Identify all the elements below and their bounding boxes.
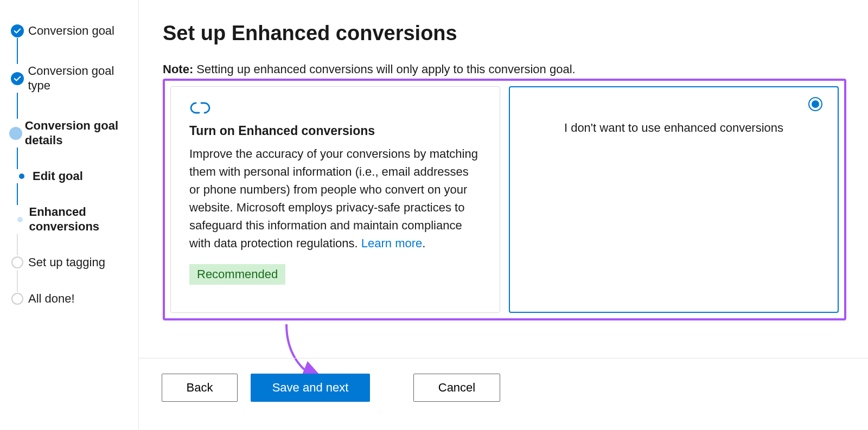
step-label: Conversion goal details <box>25 119 138 147</box>
current-step-icon <box>7 127 25 140</box>
step-label: Conversion goal type <box>28 64 138 93</box>
note-prefix: Note: <box>163 62 193 76</box>
step-label: Conversion goal <box>28 24 114 38</box>
save-and-next-button[interactable]: Save and next <box>251 374 370 402</box>
note-body: Setting up enhanced conversions will onl… <box>193 62 575 76</box>
step-label: Set up tagging <box>28 255 105 269</box>
learn-more-link[interactable]: Learn more <box>361 236 423 250</box>
substep-enhanced-conversions[interactable]: Enhanced conversions <box>7 205 138 234</box>
dot-icon <box>11 217 29 222</box>
step-set-up-tagging[interactable]: Set up tagging <box>7 255 138 269</box>
empty-step-icon <box>7 293 28 305</box>
empty-step-icon <box>7 256 28 268</box>
page-title: Set up Enhanced conversions <box>163 22 846 45</box>
step-label: All done! <box>28 292 75 306</box>
check-icon <box>7 24 28 37</box>
highlighted-option-area: Turn on Enhanced conversions Improve the… <box>163 79 846 320</box>
dot-icon <box>11 174 33 179</box>
main-panel: Set up Enhanced conversions Note: Settin… <box>139 0 868 430</box>
card-body: Improve the accuracy of your conversions… <box>189 145 481 252</box>
note-text: Note: Setting up enhanced conversions wi… <box>163 62 846 76</box>
card-title: I don't want to use enhanced conversions <box>525 121 822 135</box>
recommended-badge: Recommended <box>189 264 285 285</box>
card-dont-use-enhanced[interactable]: I don't want to use enhanced conversions <box>509 86 839 313</box>
step-conversion-goal[interactable]: Conversion goal <box>7 24 138 38</box>
step-conversion-goal-type[interactable]: Conversion goal type <box>7 64 138 93</box>
step-label: Enhanced conversions <box>29 205 138 234</box>
cancel-button[interactable]: Cancel <box>413 374 500 402</box>
radio-selected[interactable] <box>525 97 822 111</box>
back-button[interactable]: Back <box>162 374 238 402</box>
substep-edit-goal[interactable]: Edit goal <box>7 169 138 183</box>
step-conversion-goal-details[interactable]: Conversion goal details <box>7 119 138 147</box>
sidebar: Conversion goal Conversion goal type Con… <box>0 0 139 430</box>
card-title: Turn on Enhanced conversions <box>189 124 481 138</box>
step-label: Edit goal <box>33 169 83 183</box>
radio-icon <box>808 97 822 111</box>
footer-buttons: Back Save and next Cancel <box>139 358 868 402</box>
link-icon <box>189 101 481 117</box>
card-body-text: Improve the accuracy of your conversions… <box>189 147 478 250</box>
check-icon <box>7 72 28 85</box>
step-all-done[interactable]: All done! <box>7 292 138 306</box>
card-turn-on-enhanced[interactable]: Turn on Enhanced conversions Improve the… <box>170 86 500 313</box>
